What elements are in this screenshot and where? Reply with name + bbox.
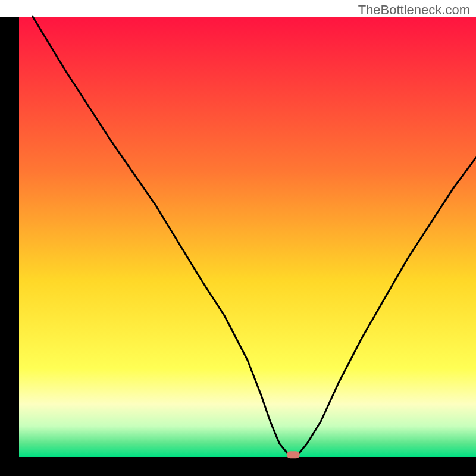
gradient-background	[19, 17, 476, 457]
y-axis	[0, 17, 19, 476]
watermark-text: TheBottleneck.com	[358, 2, 470, 18]
optimum-marker	[287, 451, 300, 458]
x-axis	[0, 457, 476, 476]
chart-container: TheBottleneck.com	[0, 0, 476, 476]
bottleneck-chart	[0, 0, 476, 476]
